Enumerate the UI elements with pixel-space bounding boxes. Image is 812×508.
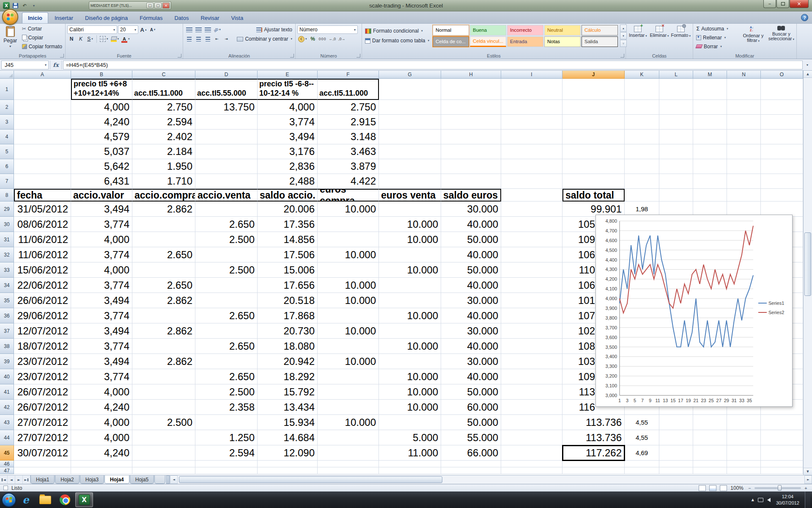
cell-B7[interactable]: 6,431 <box>71 174 132 189</box>
ribbon-tab-fórmulas[interactable]: Fórmulas <box>134 13 168 23</box>
column-header-E[interactable]: E <box>258 71 318 79</box>
cell-I38[interactable] <box>501 339 562 354</box>
cell-E42[interactable]: 13.434 <box>258 400 318 415</box>
cell-L6[interactable] <box>659 159 693 174</box>
cell-G40[interactable]: 10.000 <box>379 369 441 384</box>
cell-D40[interactable]: 2.650 <box>195 369 258 384</box>
cell-I33[interactable] <box>501 262 562 278</box>
cell-J3[interactable] <box>562 115 625 130</box>
ribbon-tab-insertar[interactable]: Insertar <box>49 13 79 23</box>
increase-indent-button[interactable]: ⇥ <box>222 35 230 43</box>
cell-F35[interactable]: 10.000 <box>318 293 379 308</box>
cell-G6[interactable] <box>379 159 441 174</box>
align-bottom-button[interactable] <box>203 25 212 34</box>
cell-D31[interactable]: 2.500 <box>195 232 258 247</box>
cell-F39[interactable]: 10.000 <box>318 354 379 369</box>
cell-N7[interactable] <box>727 174 761 189</box>
cell-A29[interactable]: 31/05/2012 <box>14 202 71 217</box>
row-header-31[interactable]: 31 <box>0 232 14 247</box>
cell-B36[interactable]: 3,774 <box>71 308 132 323</box>
cell-C34[interactable]: 2.650 <box>132 278 195 293</box>
cell-L46[interactable] <box>659 461 693 467</box>
cell-I46[interactable] <box>501 461 562 467</box>
cell-D42[interactable]: 2.358 <box>195 400 258 415</box>
ribbon-tab-diseño-de-página[interactable]: Diseño de página <box>80 13 133 23</box>
cell-K7[interactable] <box>625 174 659 189</box>
row-header-35[interactable]: 35 <box>0 293 14 308</box>
cell-L45[interactable] <box>659 445 693 461</box>
row-header-30[interactable]: 30 <box>0 217 14 232</box>
sort-filter-button[interactable]: Ordenar y filtrar▾ <box>741 25 765 50</box>
cell-B30[interactable]: 3,774 <box>71 217 132 232</box>
series-line-series1[interactable] <box>620 235 753 347</box>
cell-N6[interactable] <box>727 159 761 174</box>
cell-E34[interactable]: 17.656 <box>258 278 318 293</box>
scroll-down-button[interactable]: ▼ <box>804 468 812 475</box>
cell-J7[interactable] <box>562 174 625 189</box>
cell-E43[interactable]: 15.934 <box>258 415 318 430</box>
cell-J45[interactable]: 117.262 <box>562 445 625 461</box>
insert-worksheet-tab[interactable] <box>154 475 165 484</box>
network-icon[interactable] <box>758 498 763 502</box>
fill-button[interactable]: Rellenar▾ <box>695 33 738 41</box>
cell-I7[interactable] <box>501 174 562 189</box>
cell-D36[interactable]: 2.650 <box>195 308 258 323</box>
row-header-5[interactable]: 5 <box>0 144 14 159</box>
cell-H44[interactable]: 55.000 <box>441 430 501 445</box>
row-header-36[interactable]: 36 <box>0 308 14 323</box>
cell-J46[interactable] <box>562 461 625 467</box>
cell-E47[interactable] <box>258 467 318 474</box>
cell-D41[interactable]: 2.500 <box>195 384 258 400</box>
cell-B31[interactable]: 4,000 <box>71 232 132 247</box>
cell-F8[interactable]: euros compra <box>318 189 379 202</box>
row-header-7[interactable]: 7 <box>0 174 14 189</box>
cell-A41[interactable]: 26/07/2012 <box>14 384 71 400</box>
font-family-select[interactable]: Calibri▾ <box>67 25 117 34</box>
cell-A32[interactable]: 11/06/2012 <box>14 247 71 262</box>
cell-A37[interactable]: 12/07/2012 <box>14 323 71 339</box>
cell-G1[interactable] <box>379 79 441 100</box>
cell-A39[interactable]: 23/07/2012 <box>14 354 71 369</box>
cell-F37[interactable]: 10.000 <box>318 323 379 339</box>
cell-H32[interactable]: 40.000 <box>441 247 501 262</box>
cell-I1[interactable] <box>501 79 562 100</box>
cell-I2[interactable] <box>501 100 562 115</box>
cell-D38[interactable]: 2.650 <box>195 339 258 354</box>
cell-A34[interactable]: 22/06/2012 <box>14 278 71 293</box>
cell-B42[interactable]: 4,240 <box>71 400 132 415</box>
cell-D7[interactable] <box>195 174 258 189</box>
cell-E41[interactable]: 15.792 <box>258 384 318 400</box>
ribbon-tab-vista[interactable]: Vista <box>225 13 249 23</box>
cell-N8[interactable] <box>727 189 761 202</box>
cell-N3[interactable] <box>727 115 761 130</box>
cell-E29[interactable]: 20.006 <box>258 202 318 217</box>
cell-M4[interactable] <box>693 130 727 144</box>
cell-K46[interactable] <box>625 461 659 467</box>
cell-O5[interactable] <box>761 144 803 159</box>
cell-A44[interactable]: 27/07/2012 <box>14 430 71 445</box>
cell-F29[interactable]: 10.000 <box>318 202 379 217</box>
borders-button[interactable]: ▾ <box>99 35 109 43</box>
cell-E38[interactable]: 18.080 <box>258 339 318 354</box>
cell-F46[interactable] <box>318 461 379 467</box>
cell-E3[interactable]: 3,774 <box>258 115 318 130</box>
decrease-decimal-button[interactable]: ,0→ <box>337 35 346 43</box>
cell-O6[interactable] <box>761 159 803 174</box>
cell-E39[interactable]: 20.942 <box>258 354 318 369</box>
cell-B45[interactable]: 4,240 <box>71 445 132 461</box>
cell-N47[interactable] <box>727 467 761 474</box>
column-header-N[interactable]: N <box>727 71 761 79</box>
cell-I5[interactable] <box>501 144 562 159</box>
macro-record-icon[interactable] <box>3 486 8 490</box>
cell-G39[interactable] <box>379 354 441 369</box>
undo-button[interactable]: ↶ <box>21 2 28 9</box>
cell-G42[interactable]: 10.000 <box>379 400 441 415</box>
cell-E44[interactable]: 14.684 <box>258 430 318 445</box>
cell-N44[interactable] <box>727 430 761 445</box>
cell-A42[interactable]: 26/07/2012 <box>14 400 71 415</box>
volume-icon[interactable] <box>767 498 771 502</box>
prev-sheet-button[interactable]: ◄ <box>8 475 15 484</box>
cell-C40[interactable] <box>132 369 195 384</box>
cell-C39[interactable]: 2.862 <box>132 354 195 369</box>
cell-A38[interactable]: 18/07/2012 <box>14 339 71 354</box>
